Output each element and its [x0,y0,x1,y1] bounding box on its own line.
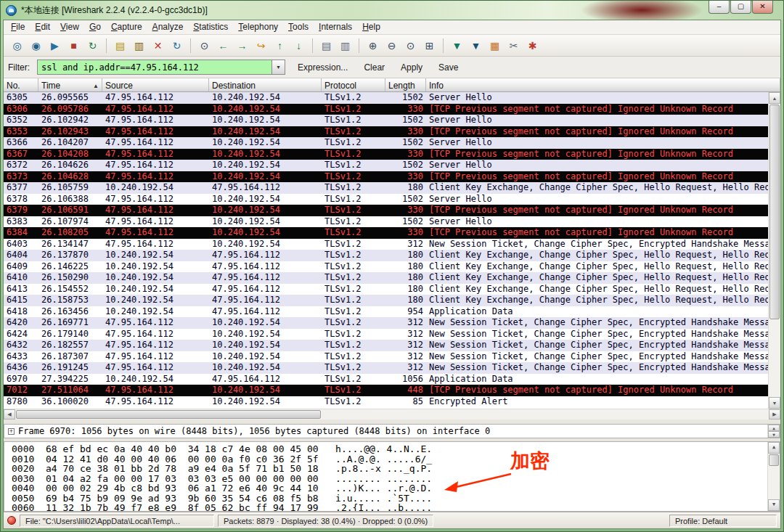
maximize-button[interactable]: ▢ [730,1,751,14]
packet-row-6372[interactable]: 637226.10462647.95.164.11210.240.192.54T… [4,160,768,171]
vscroll-thumb[interactable] [769,105,780,319]
menu-telephony[interactable]: Telephony [233,20,283,34]
filter-dropdown-icon[interactable]: ▼ [271,60,285,74]
packet-list-hscrollbar[interactable]: ◀ ▶ [4,409,780,420]
help-icon[interactable]: ✱ [523,37,542,54]
column-header-destination[interactable]: Destination [209,78,322,91]
open-file-icon[interactable]: ▤ [111,37,129,54]
packet-row-6970[interactable]: 697027.39422510.240.192.5447.95.164.112T… [4,374,768,385]
go-top-icon[interactable]: ↑ [271,37,289,54]
packet-row-6366[interactable]: 636626.10420747.95.164.11210.240.192.54T… [4,137,768,149]
go-to-packet-icon[interactable]: ↪ [252,37,270,54]
packet-row-6353[interactable]: 635326.10294347.95.164.11210.240.192.54T… [4,126,768,138]
scroll-down-icon[interactable]: ▼ [768,499,780,511]
resize-columns-icon[interactable]: ⊞ [420,37,438,54]
capture-restart-icon[interactable]: ↻ [83,37,102,54]
menu-tools[interactable]: Tools [283,20,314,34]
details-vscrollbar[interactable]: ▲ ▼ [767,425,780,438]
menu-internals[interactable]: Internals [314,20,357,34]
status-file-path[interactable]: File: "C:\Users\lili02\AppData\Local\Tem… [20,515,214,527]
menu-analyze[interactable]: Analyze [147,20,189,34]
hex-line[interactable]: 0050 69 b4 75 b9 09 9e ad 93 9b 60 35 54… [12,494,765,504]
menu-view[interactable]: View [55,20,84,34]
column-header-no[interactable]: No. [4,78,38,91]
filter-input[interactable] [38,60,271,74]
zoom-in-icon[interactable]: ⊕ [364,37,382,54]
status-profile[interactable]: Profile: Default [669,515,777,527]
menu-help[interactable]: Help [357,20,385,34]
column-header-length[interactable]: Length [385,78,426,91]
packet-row-6379[interactable]: 637926.10659147.95.164.11210.240.192.54T… [4,205,768,216]
frame-summary[interactable]: Frame 6970: 1056 bytes on wire (8448 bit… [18,426,490,436]
coloring-rules-icon[interactable]: ▦ [486,37,504,54]
packet-row-6352[interactable]: 635226.10294247.95.164.11210.240.192.54T… [4,115,768,126]
scroll-up-icon[interactable]: ▲ [768,425,780,431]
packet-row-6409[interactable]: 640926.14622510.240.192.5447.95.164.112T… [4,261,768,273]
hex-line[interactable]: 0020 a4 70 ce 38 01 bb 2d 78 a9 e4 0a 5f… [12,464,765,474]
packet-row-7012[interactable]: 701227.51106447.95.164.11210.240.192.54T… [4,385,768,396]
packet-row-6413[interactable]: 641326.15455210.240.192.5447.95.164.112T… [4,284,768,295]
list-interfaces-icon[interactable]: ◎ [8,37,26,54]
close-file-icon[interactable]: ✕ [149,37,167,54]
menu-edit[interactable]: Edit [30,20,55,34]
capture-filter-icon[interactable]: ▼ [448,37,466,54]
colorize-list-icon[interactable]: ▤ [317,37,335,54]
go-forward-icon[interactable]: → [233,37,251,54]
scroll-right-icon[interactable]: ▶ [769,409,780,420]
display-filter-icon[interactable]: ▼ [467,37,485,54]
scroll-left-icon[interactable]: ◀ [4,409,15,420]
hex-line[interactable]: 0010 04 12 41 d0 40 00 40 06 00 00 0a f0… [12,454,765,465]
column-header-source[interactable]: Source [102,78,209,91]
apply-button[interactable]: Apply [394,60,429,75]
packet-row-6404[interactable]: 640426.13787010.240.192.5447.95.164.112T… [4,250,768,261]
clear-button[interactable]: Clear [357,60,391,75]
hex-line[interactable]: 0000 68 ef bd ec 0a 40 40 b0 34 18 c7 4e… [12,444,765,454]
hex-vscrollbar[interactable]: ▲ ▼ [767,442,780,511]
go-back-icon[interactable]: ← [214,37,232,54]
packet-row-6377[interactable]: 637726.10575910.240.192.5447.95.164.112T… [4,182,768,194]
column-header-info[interactable]: Info [426,78,780,91]
packet-row-6306[interactable]: 630626.09578647.95.164.11210.240.192.54T… [4,104,768,115]
close-button[interactable]: ✕ [752,1,773,14]
capture-stop-icon[interactable]: ■ [65,37,83,54]
hex-line[interactable]: 0030 01 04 a2 fa 00 00 17 03 03 03 e5 00… [12,474,765,484]
packet-row-6436[interactable]: 643626.19124547.95.164.11210.240.192.54T… [4,362,768,374]
hex-line[interactable]: 0040 00 00 02 29 4b c8 bd 93 06 a1 72 e6… [12,483,765,494]
packet-row-8780[interactable]: 878036.10002047.95.164.11210.240.192.54T… [4,396,768,408]
zoom-normal-icon[interactable]: ⊙ [401,37,420,54]
scroll-down-icon[interactable]: ▼ [769,397,780,409]
scroll-up-icon[interactable]: ▲ [769,92,780,104]
packet-row-6410[interactable]: 641026.15029010.240.192.5447.95.164.112T… [4,272,768,284]
packet-row-6403[interactable]: 640326.13414747.95.164.11210.240.192.54T… [4,239,768,250]
packet-row-6418[interactable]: 641826.16345610.240.192.5447.95.164.112T… [4,306,768,318]
column-header-protocol[interactable]: Protocol [322,78,385,91]
expander-icon[interactable]: + [8,428,15,435]
hex-line[interactable]: 0060 11 32 1b 7b 49 f7 e8 e9 8f 05 62 bc… [12,503,765,512]
packet-row-6383[interactable]: 638326.10797447.95.164.11210.240.192.54T… [4,216,768,228]
packet-row-6415[interactable]: 641526.15875310.240.192.5447.95.164.112T… [4,295,768,306]
packet-row-6432[interactable]: 643226.18255747.95.164.11210.240.192.54T… [4,340,768,351]
packet-row-6433[interactable]: 643326.18730747.95.164.11210.240.192.54T… [4,351,768,363]
minimize-button[interactable]: – [709,1,730,14]
hscroll-thumb[interactable] [16,410,321,419]
auto-scroll-icon[interactable]: ▥ [336,37,354,54]
menu-go[interactable]: Go [84,20,106,34]
packet-row-6305[interactable]: 630526.09556547.95.164.11210.240.192.54T… [4,92,768,104]
save-button[interactable]: Save [432,60,465,75]
preferences-icon[interactable]: ✂ [505,37,523,54]
scroll-up-icon[interactable]: ▲ [768,442,780,454]
go-bottom-icon[interactable]: ↓ [290,37,308,54]
capture-options-icon[interactable]: ◉ [27,37,45,54]
packet-list-vscrollbar[interactable]: ▲ ▼ [768,92,780,409]
expression-button[interactable]: Expression... [291,60,354,75]
packet-row-6384[interactable]: 638426.10820547.95.164.11210.240.192.54T… [4,227,768,239]
packet-row-6378[interactable]: 637826.10638847.95.164.11210.240.192.54T… [4,194,768,205]
menu-statistics[interactable]: Statistics [188,20,233,34]
packet-row-6367[interactable]: 636726.10420847.95.164.11210.240.192.54T… [4,149,768,160]
hex-vscroll-thumb[interactable] [769,454,779,466]
menu-file[interactable]: File [6,20,30,34]
capture-start-icon[interactable]: ▶ [46,37,64,54]
title-bar[interactable]: *本地连接 [Wireshark 2.2.4 (v2.2.4-0-gcc3dc1… [1,1,783,20]
save-file-icon[interactable]: ▥ [130,37,148,54]
packet-row-6420[interactable]: 642026.16977147.95.164.11210.240.192.54T… [4,317,768,329]
